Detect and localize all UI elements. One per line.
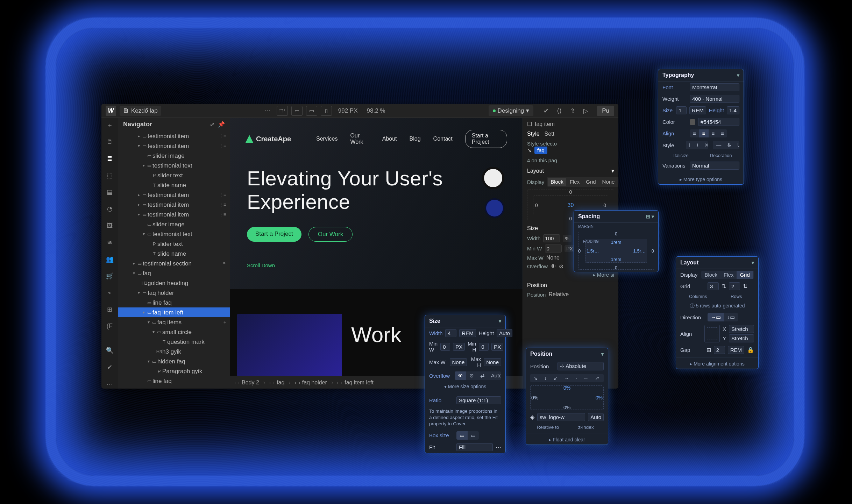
page-chip[interactable]: 🗎 Kezdő lap [120, 106, 161, 116]
hero-secondary-btn[interactable]: Our Work [308, 227, 353, 242]
help-icon[interactable]: ⋯ [105, 379, 115, 389]
decoration-seg[interactable]: —S̶U̲ [713, 141, 739, 149]
overflow-hidden-icon[interactable]: ⊘ [559, 263, 563, 270]
minw-input[interactable] [545, 244, 562, 253]
position-select[interactable]: Relative [548, 291, 614, 298]
gap-input[interactable] [714, 346, 725, 354]
nav-row[interactable]: ▸▭testimonial section⚭ [118, 258, 230, 268]
nav-row[interactable]: Tquestion mark [118, 337, 230, 347]
tab-style[interactable]: Style [527, 131, 540, 137]
boxsize-seg[interactable]: ▭▭ [456, 431, 479, 440]
position-panel[interactable]: Position▾ Position⊹ Absolute ↘↓↙→·←↗↑↖ 0… [526, 348, 608, 445]
pages-icon[interactable]: 🗎 [105, 137, 115, 147]
rows-input[interactable] [729, 282, 740, 290]
align-y[interactable]: Stretch [729, 334, 754, 342]
align-x[interactable]: Stretch [729, 325, 754, 333]
nav-row[interactable]: ▭slider image [118, 219, 230, 229]
collapse-icon[interactable]: ⤢ [210, 121, 214, 128]
viewport-desktop[interactable]: ▭ [291, 106, 303, 116]
size-input[interactable] [676, 106, 687, 114]
more-icon[interactable]: ⋯ [496, 444, 501, 450]
panel-tabs[interactable]: Style Sett [527, 131, 614, 137]
nav-row[interactable]: H3h3 gyik [118, 347, 230, 356]
float-clear-link[interactable]: ▸ Float and clear [526, 435, 608, 445]
crumb[interactable]: ▭ faq holder [295, 379, 327, 386]
hero-primary-btn[interactable]: Start a Project [247, 227, 301, 242]
nav-row[interactable]: ▾▭faq items+ [118, 317, 230, 327]
spacing-box[interactable]: 0 0 0 0 1rem 1rem 1.5r… 1.5r… PADDING [578, 232, 654, 270]
nav-link[interactable]: Contact [433, 136, 453, 142]
overflow-visible-icon[interactable]: 👁 [551, 263, 556, 270]
maxw-val[interactable]: None [546, 255, 560, 261]
export-icon[interactable]: ⇪ [568, 107, 577, 115]
nav-row[interactable]: ▾▭faq [118, 268, 230, 278]
direction-seg[interactable]: →▭↓▭ [708, 313, 738, 321]
nav-row[interactable]: ▾▭testimonial item⋮≡ [118, 210, 230, 219]
nav-link[interactable]: About [382, 136, 397, 142]
font-select[interactable]: Montserrat [690, 83, 739, 91]
crumb[interactable]: ▭ faq item left [337, 379, 374, 386]
spacing-panel[interactable]: Spacing⊞ ▾ MARGIN 0 0 0 0 1rem 1rem 1.5r… [574, 210, 659, 272]
nav-row[interactable]: ▾▭faq item left [118, 307, 230, 317]
nav-row[interactable]: ▸▭testimonial item⋮≡ [118, 190, 230, 200]
color-input[interactable]: #545454 [698, 118, 739, 126]
cols-input[interactable] [708, 282, 719, 290]
brand[interactable]: CreateApe [246, 135, 291, 143]
checkbox-icon[interactable]: ☐ [527, 121, 532, 127]
navigator-tree[interactable]: ▸▭testimonial item⋮≡▾▭testimonial item⋮≡… [118, 131, 230, 389]
components-icon[interactable]: ⬚ [105, 171, 115, 180]
viewport-tablet[interactable]: ▭ [306, 106, 317, 116]
layout-grid-panel[interactable]: Layout▾ DisplayBlockFlexGridNone Grid⇅⇅ … [676, 256, 759, 369]
nav-row[interactable]: Pslider text [118, 239, 230, 249]
app-cf-icon[interactable]: {F [105, 322, 115, 331]
ecommerce-icon[interactable]: 🛒 [105, 271, 115, 281]
more-size-link[interactable]: ▾ More size options [425, 382, 505, 391]
maxh-val[interactable]: None [484, 358, 501, 366]
nav-row[interactable]: ▸▭testimonial item⋮≡ [118, 131, 230, 141]
nav-icon[interactable]: ≣ [105, 154, 115, 163]
nav-row[interactable]: ▾▭hidden faq [118, 356, 230, 366]
display-seg[interactable]: BlockFlexGridNone [701, 271, 754, 279]
crumb[interactable]: ▭ Body 2 [234, 379, 259, 386]
pin-icon[interactable]: 📌 [218, 121, 225, 128]
minh-input[interactable] [479, 343, 489, 351]
add-icon[interactable]: ＋ [105, 121, 115, 130]
breakpoint-add[interactable]: ⬚⁺ [277, 106, 288, 116]
audit-icon[interactable]: ✔ [105, 363, 115, 372]
weight-select[interactable]: 400 - Normal [690, 95, 739, 103]
crumb[interactable]: ▭ faq [269, 379, 284, 386]
nav-row[interactable]: H1golden heading [118, 278, 230, 288]
nav-row[interactable]: ▸▭testimonial item⋮≡ [118, 200, 230, 210]
class-checkbox-row[interactable]: ☐ faq item [527, 121, 614, 127]
play-icon[interactable]: ▷ [581, 107, 591, 115]
position-select[interactable]: ⊹ Absolute [558, 362, 604, 370]
fit-select[interactable]: Fill [456, 443, 493, 451]
variables-icon[interactable]: ⬓ [105, 188, 115, 197]
cms-icon[interactable]: ≋ [105, 238, 115, 247]
nav-row[interactable]: PParagraph gyik [118, 366, 230, 376]
assets-icon[interactable]: 🖼 [105, 221, 115, 230]
code-icon[interactable]: ⟨⟩ [554, 107, 564, 115]
align-grid[interactable] [704, 325, 720, 342]
scroll-hint[interactable]: Scroll Down [247, 262, 275, 268]
overflow-seg[interactable]: 👁⊘⇄Auto [455, 371, 501, 380]
webflow-logo[interactable]: W [106, 106, 116, 116]
nav-row[interactable]: ▭line faq [118, 376, 230, 386]
relative-auto[interactable]: Auto [588, 413, 604, 421]
textstyle-seg[interactable]: II✕ [686, 141, 708, 149]
lineheight-input[interactable] [727, 106, 739, 114]
ratio-select[interactable]: Square (1:1) [456, 396, 501, 404]
maxw-val[interactable]: None [450, 358, 467, 366]
more-align-link[interactable]: ▸ More alignment options [676, 359, 758, 369]
search-icon[interactable]: 🔍 [105, 346, 115, 355]
nav-row[interactable]: ▭line faq [118, 298, 230, 307]
nav-row[interactable]: ▸▭faq item left [118, 386, 230, 389]
nav-row[interactable]: ▾▭testimonial text [118, 161, 230, 170]
mode-chip[interactable]: Designing ▾ [489, 105, 534, 116]
anchor-seg[interactable]: ↘↓↙→·←↗↑↖ [530, 374, 604, 382]
width-input[interactable] [543, 234, 560, 242]
nav-row[interactable]: ▭slider image [118, 151, 230, 161]
apps-icon[interactable]: ⊞ [105, 305, 115, 314]
lock-icon[interactable]: 🔒 [747, 347, 754, 353]
display-seg[interactable]: Block Flex Grid None▾ [547, 177, 618, 187]
